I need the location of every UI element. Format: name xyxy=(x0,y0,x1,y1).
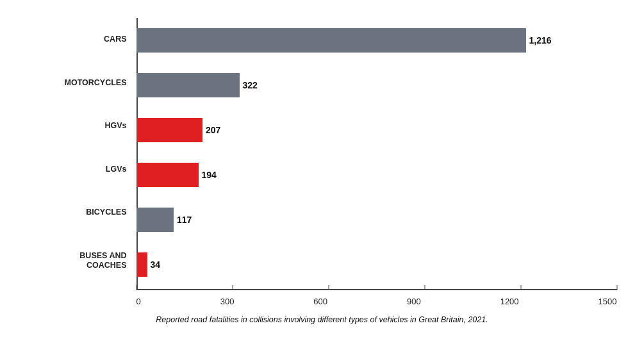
chart-container: CARSMOTORCYCLESHGVsLGVsBICYCLESBUSES AND… xyxy=(15,12,630,325)
bar: 34 xyxy=(136,252,147,277)
bar-row: 1,216 xyxy=(136,26,617,54)
bar: 322 xyxy=(136,73,240,97)
x-axis-tick xyxy=(328,285,329,290)
x-axis-tick xyxy=(616,285,617,290)
y-axis-labels: CARSMOTORCYCLESHGVsLGVsBICYCLESBUSES AND… xyxy=(15,18,133,287)
x-axis-tick xyxy=(424,285,425,290)
x-axis-label: 1500 xyxy=(599,297,617,306)
bar-row: 117 xyxy=(136,206,617,234)
x-axis-label: 1200 xyxy=(500,297,519,306)
bar-row: 34 xyxy=(136,251,617,279)
bar: 117 xyxy=(136,208,174,232)
y-label: LGVs xyxy=(15,165,133,174)
bars-area: 1,21632220719411734 xyxy=(136,18,617,287)
y-label: HGVs xyxy=(15,121,133,131)
x-axis-labels: 030060090012001500 xyxy=(136,297,617,306)
chart-caption: Reported road fatalities in collisions i… xyxy=(15,315,630,324)
bar-value-label: 1,216 xyxy=(529,35,552,45)
x-axis-line xyxy=(136,289,617,290)
x-axis-tick xyxy=(232,285,233,290)
bar-value-label: 34 xyxy=(151,259,161,270)
x-axis-tick xyxy=(136,285,136,290)
y-label: BUSES ANDCOACHES xyxy=(15,251,133,270)
bar: 1,216 xyxy=(136,28,526,53)
x-axis-tick xyxy=(520,285,521,290)
bar: 194 xyxy=(136,163,199,187)
y-label: BICYCLES xyxy=(15,208,133,217)
x-axis-label: 900 xyxy=(407,297,421,306)
bar-row: 207 xyxy=(136,116,617,144)
x-axis-label: 300 xyxy=(220,297,235,306)
y-label: MOTORCYCLES xyxy=(15,78,133,88)
y-label: CARS xyxy=(15,35,133,44)
x-axis-label: 0 xyxy=(136,297,141,306)
bar-value-label: 117 xyxy=(177,215,192,225)
bar-value-label: 322 xyxy=(243,80,258,90)
bar-row: 322 xyxy=(136,71,617,99)
bar-value-label: 207 xyxy=(206,125,220,135)
bar: 207 xyxy=(136,118,203,142)
bar-value-label: 194 xyxy=(202,170,217,180)
bar-row: 194 xyxy=(136,161,617,189)
x-axis-label: 600 xyxy=(313,297,327,306)
